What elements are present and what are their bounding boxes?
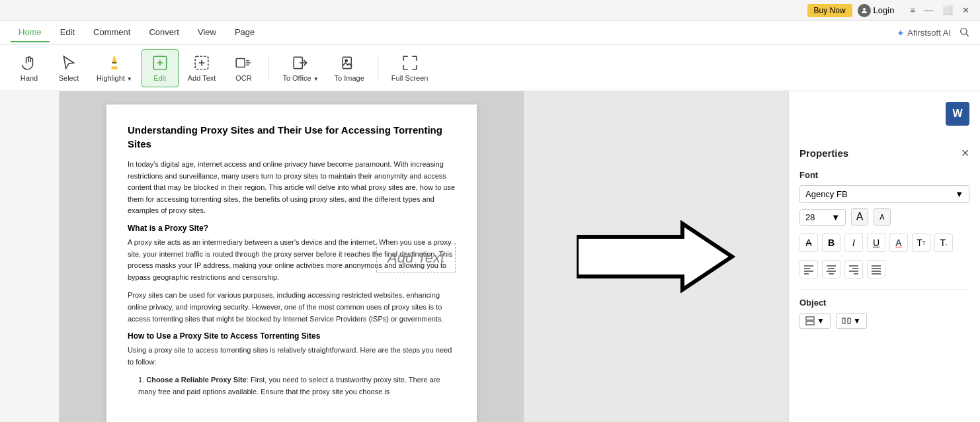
svg-marker-11 (577, 224, 732, 290)
properties-title: Properties (799, 148, 848, 159)
ocr-icon (235, 54, 252, 71)
ai-label: Afirstsoft AI (907, 28, 951, 38)
doc-para-3: Proxy sites can be used for various purp… (128, 290, 456, 325)
ocr-label: OCR (235, 74, 251, 82)
window-controls: ≡ — ⬜ ✕ (907, 5, 972, 15)
font-size-value: 28 (805, 212, 815, 222)
menu-page[interactable]: Page (227, 23, 263, 42)
font-name-dropdown[interactable]: Agency FB ▼ (799, 185, 969, 203)
font-section-label: Font (799, 170, 969, 180)
left-sidebar (0, 91, 60, 422)
align-left-button[interactable] (799, 260, 818, 278)
toolbar-separator-2 (378, 55, 378, 81)
login-area[interactable]: Login (858, 4, 895, 17)
size-dropdown-arrow: ▼ (831, 212, 840, 222)
svg-point-0 (863, 8, 866, 11)
menu-view[interactable]: View (190, 23, 224, 42)
add-text-placeholder[interactable]: Add Text (376, 243, 456, 273)
arrow-area (524, 91, 788, 422)
ai-star-icon: ✦ (897, 28, 905, 38)
hand-icon (20, 54, 38, 71)
main-area: Understanding Proxy Sites and Their Use … (0, 91, 980, 422)
menu-home[interactable]: Home (11, 23, 50, 42)
edit-icon (151, 54, 169, 71)
add-text-icon (193, 54, 210, 71)
menu-right: ✦ Afirstsoft AI (897, 26, 969, 40)
ai-button[interactable]: ✦ Afirstsoft AI (897, 28, 951, 38)
align-justify-icon (871, 264, 881, 274)
minimize-button[interactable]: — (922, 5, 936, 15)
strikethrough-button[interactable]: A (799, 233, 818, 252)
object-align-label: ▼ (817, 316, 825, 325)
align-right-button[interactable] (844, 260, 863, 278)
to-office-button[interactable]: To Office ▼ (276, 49, 325, 87)
object-distribute-label: ▼ (853, 316, 861, 325)
full-screen-icon (401, 54, 419, 71)
svg-line-2 (966, 34, 969, 36)
subscript-button[interactable]: T, (934, 233, 953, 252)
to-image-icon (341, 54, 358, 71)
svg-rect-31 (848, 318, 850, 323)
doc-para-4: Using a proxy site to access torrenting … (128, 345, 456, 368)
hamburger-button[interactable]: ≡ (907, 5, 918, 15)
to-office-icon (292, 54, 309, 71)
align-justify-button[interactable] (867, 260, 885, 278)
svg-rect-9 (343, 57, 351, 68)
select-tool-button[interactable]: Select (50, 49, 87, 87)
size-row: 28 ▼ A A (799, 208, 969, 226)
hand-label: Hand (20, 74, 38, 82)
highlight-tool-button[interactable]: Highlight ▼ (90, 49, 139, 87)
edit-tool-button[interactable]: Edit (142, 49, 179, 87)
svg-rect-28 (806, 317, 814, 320)
object-distribute-button[interactable]: ▼ (836, 313, 867, 329)
object-row: ▼ ▼ (799, 313, 969, 329)
full-screen-button[interactable]: Full Screen (385, 49, 435, 87)
prop-divider (799, 289, 969, 290)
to-office-label: To Office ▼ (282, 74, 318, 82)
hand-tool-button[interactable]: Hand (11, 49, 48, 87)
word-icon: W (946, 102, 969, 126)
toolbar-separator (268, 55, 269, 81)
svg-rect-30 (842, 318, 845, 323)
menu-convert[interactable]: Convert (141, 23, 187, 42)
search-button[interactable] (959, 26, 969, 40)
italic-button[interactable]: I (844, 233, 863, 252)
panel-header: W (799, 102, 969, 136)
align-center-icon (826, 264, 837, 274)
align-right-icon (848, 264, 859, 274)
bold-button[interactable]: B (822, 233, 840, 252)
text-color-button[interactable]: A (889, 233, 908, 252)
svg-point-10 (345, 60, 347, 62)
menu-comment[interactable]: Comment (85, 23, 138, 42)
buy-now-button[interactable]: Buy Now (807, 4, 852, 17)
menu-edit[interactable]: Edit (52, 23, 83, 42)
add-text-button[interactable]: Add Text (181, 49, 223, 87)
object-section-label: Object (799, 298, 969, 308)
document-area: Understanding Proxy Sites and Their Use … (60, 91, 524, 422)
to-image-button[interactable]: To Image (328, 49, 371, 87)
properties-panel: W Properties ✕ Font Agency FB ▼ 28 ▼ A A… (788, 91, 980, 422)
toolbar: Hand Select Highlight ▼ Edit Add Text (0, 45, 980, 91)
font-dropdown-arrow: ▼ (955, 189, 963, 199)
superscript-button[interactable]: TT (912, 233, 930, 252)
menu-bar: Home Edit Comment Convert View Page ✦ Af… (0, 21, 980, 45)
close-button[interactable]: ✕ (960, 5, 972, 15)
maximize-button[interactable]: ⬜ (940, 5, 956, 15)
align-center-button[interactable] (822, 260, 840, 278)
object-distribute-icon (842, 316, 851, 325)
full-screen-label: Full Screen (391, 74, 429, 82)
font-size-decrease-button[interactable]: A (874, 208, 891, 226)
ocr-button[interactable]: OCR (225, 49, 262, 87)
font-size-dropdown[interactable]: 28 ▼ (799, 209, 846, 226)
properties-close-button[interactable]: ✕ (961, 147, 969, 159)
edit-label: Edit (153, 74, 166, 82)
align-row (799, 260, 969, 278)
document-title: Understanding Proxy Sites and Their Use … (128, 123, 456, 151)
object-align-button[interactable]: ▼ (799, 313, 831, 329)
top-bar: Buy Now Login ≡ — ⬜ ✕ (0, 0, 980, 21)
underline-button[interactable]: U (867, 233, 885, 252)
object-align-icon (805, 316, 815, 325)
align-left-icon (803, 264, 814, 274)
doc-heading-1: What is a Proxy Site? (128, 224, 456, 233)
font-size-increase-button[interactable]: A (851, 208, 868, 226)
